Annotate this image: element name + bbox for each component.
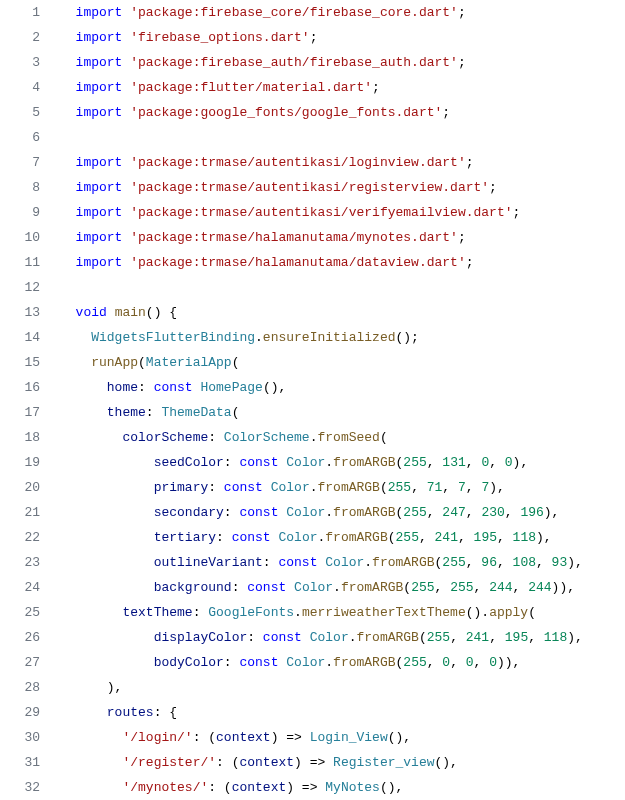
code-line[interactable]: import 'package:google_fonts/google_font… [60,100,625,125]
code-line[interactable]: import 'package:trmase/autentikasi/login… [60,150,625,175]
code-line[interactable]: primary: const Color.fromARGB(255, 71, 7… [60,475,625,500]
line-number: 10 [0,225,40,250]
code-line[interactable]: '/mynotes/': (context) => MyNotes(), [60,775,625,800]
line-number: 27 [0,650,40,675]
line-number: 23 [0,550,40,575]
line-number: 29 [0,700,40,725]
line-number: 26 [0,625,40,650]
code-line[interactable]: routes: { [60,700,625,725]
code-line[interactable]: secondary: const Color.fromARGB(255, 247… [60,500,625,525]
line-number: 24 [0,575,40,600]
code-line[interactable]: displayColor: const Color.fromARGB(255, … [60,625,625,650]
line-number: 3 [0,50,40,75]
line-number: 9 [0,200,40,225]
code-line[interactable]: import 'package:flutter/material.dart'; [60,75,625,100]
code-content[interactable]: import 'package:firebase_core/firebase_c… [60,0,625,800]
code-line[interactable]: textTheme: GoogleFonts.merriweatherTextT… [60,600,625,625]
line-number: 25 [0,600,40,625]
code-line[interactable]: seedColor: const Color.fromARGB(255, 131… [60,450,625,475]
line-number: 28 [0,675,40,700]
code-line[interactable]: import 'package:trmase/autentikasi/verif… [60,200,625,225]
line-number: 12 [0,275,40,300]
line-number: 5 [0,100,40,125]
code-line[interactable]: '/login/': (context) => Login_View(), [60,725,625,750]
line-number: 18 [0,425,40,450]
line-number: 2 [0,25,40,50]
code-line[interactable]: import 'package:firebase_core/firebase_c… [60,0,625,25]
line-number: 21 [0,500,40,525]
code-editor[interactable]: 1234567891011121314151617181920212223242… [0,0,625,800]
code-line[interactable]: home: const HomePage(), [60,375,625,400]
code-line[interactable]: tertiary: const Color.fromARGB(255, 241,… [60,525,625,550]
line-number: 1 [0,0,40,25]
code-line[interactable]: ), [60,675,625,700]
code-line[interactable]: theme: ThemeData( [60,400,625,425]
code-line[interactable] [60,275,625,300]
line-number: 17 [0,400,40,425]
line-number: 30 [0,725,40,750]
code-line[interactable]: import 'package:firebase_auth/firebase_a… [60,50,625,75]
line-number-gutter: 1234567891011121314151617181920212223242… [0,0,60,800]
line-number: 20 [0,475,40,500]
line-number: 16 [0,375,40,400]
code-line[interactable]: import 'firebase_options.dart'; [60,25,625,50]
line-number: 14 [0,325,40,350]
code-line[interactable]: colorScheme: ColorScheme.fromSeed( [60,425,625,450]
code-line[interactable]: '/register/': (context) => Register_view… [60,750,625,775]
code-line[interactable]: runApp(MaterialApp( [60,350,625,375]
line-number: 22 [0,525,40,550]
code-line[interactable]: background: const Color.fromARGB(255, 25… [60,575,625,600]
line-number: 19 [0,450,40,475]
line-number: 4 [0,75,40,100]
line-number: 13 [0,300,40,325]
line-number: 11 [0,250,40,275]
code-line[interactable]: bodyColor: const Color.fromARGB(255, 0, … [60,650,625,675]
line-number: 31 [0,750,40,775]
code-line[interactable]: void main() { [60,300,625,325]
code-line[interactable]: import 'package:trmase/halamanutama/data… [60,250,625,275]
line-number: 8 [0,175,40,200]
code-line[interactable]: WidgetsFlutterBinding.ensureInitialized(… [60,325,625,350]
code-line[interactable]: outlineVariant: const Color.fromARGB(255… [60,550,625,575]
code-line[interactable] [60,125,625,150]
line-number: 32 [0,775,40,800]
code-line[interactable]: import 'package:trmase/halamanutama/myno… [60,225,625,250]
line-number: 7 [0,150,40,175]
code-line[interactable]: import 'package:trmase/autentikasi/regis… [60,175,625,200]
line-number: 6 [0,125,40,150]
line-number: 15 [0,350,40,375]
